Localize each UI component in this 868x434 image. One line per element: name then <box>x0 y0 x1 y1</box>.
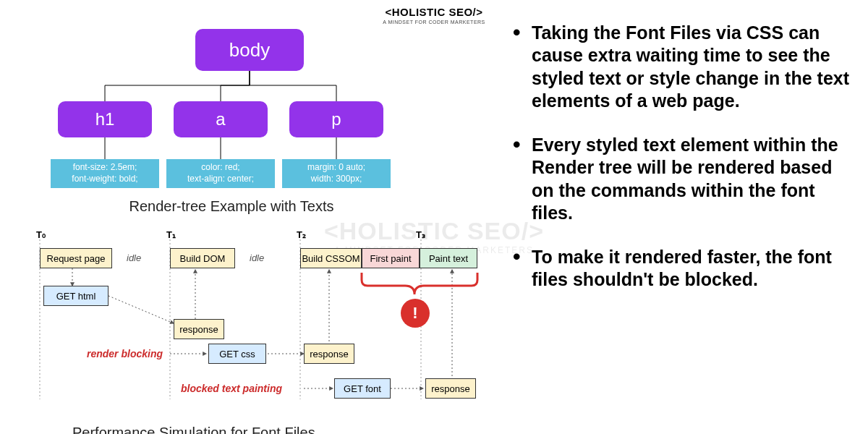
brand-logo: <HOLISTIC SEO/> A MINDSET FOR CODER MARK… <box>383 6 485 25</box>
tree-node-h1: h1 <box>58 101 152 137</box>
bullet-item: Taking the Font Files via CSS can cause … <box>510 22 850 112</box>
step-get-css: GET css <box>208 344 266 364</box>
tree-node-p: p <box>289 101 383 137</box>
render-blocking-label: render blocking <box>87 348 163 359</box>
step-response-1: response <box>174 319 224 339</box>
render-tree-diagram: body h1 a p font-size: 2.5em; font-weigh… <box>22 29 485 195</box>
css-line: text-align: center; <box>187 174 254 185</box>
render-tree-caption: Render-tree Example with Texts <box>0 198 485 215</box>
time-t0: T₀ <box>36 229 46 240</box>
performance-timeline: T₀ T₁ T₂ T₃ Request page idle Build DOM … <box>22 229 485 417</box>
tree-leaf-a-css: color: red; text-align: center; <box>166 159 275 188</box>
svg-line-8 <box>109 296 174 323</box>
css-line: font-weight: bold; <box>72 174 137 185</box>
time-t1: T₁ <box>166 229 176 240</box>
tree-leaf-h1-css: font-size: 2.5em; font-weight: bold; <box>51 159 159 188</box>
blocked-text-painting-label: blocked text painting <box>181 383 282 394</box>
step-build-cssom: Build CSSOM <box>300 248 362 268</box>
tree-node-a: a <box>174 101 268 137</box>
bullet-list: Taking the Font Files via CSS can cause … <box>510 22 850 292</box>
bullet-item: Every styled text element within the Ren… <box>510 134 850 224</box>
time-t3: T₃ <box>416 229 425 240</box>
tree-leaf-p-css: margin: 0 auto; width: 300px; <box>282 159 391 188</box>
css-line: font-size: 2.5em; <box>73 162 137 174</box>
alert-icon: ! <box>401 299 430 328</box>
tree-node-body: body <box>195 29 304 71</box>
right-column: Taking the Font Files via CSS can cause … <box>510 22 850 313</box>
step-response-3: response <box>425 378 476 399</box>
css-line: margin: 0 auto; <box>307 162 365 174</box>
brand-logo-tagline: A MINDSET FOR CODER MARKETERS <box>383 20 485 25</box>
idle-label: idle <box>127 252 141 263</box>
step-build-dom: Build DOM <box>170 248 235 268</box>
step-first-paint: First paint <box>362 248 420 268</box>
time-t2: T₂ <box>297 229 306 240</box>
step-get-font: GET font <box>334 378 391 399</box>
brand-logo-text: <HOLISTIC SEO/> <box>383 6 485 18</box>
step-response-2: response <box>304 344 354 364</box>
left-column: body h1 a p font-size: 2.5em; font-weigh… <box>22 29 485 434</box>
timeline-caption: Performance Simulation for Font Files <box>72 425 485 434</box>
css-line: color: red; <box>201 162 239 174</box>
css-line: width: 300px; <box>311 174 362 185</box>
step-request-page: Request page <box>40 248 112 268</box>
step-get-html: GET html <box>43 286 109 306</box>
bullet-item: To make it rendered faster, the font fil… <box>510 246 850 292</box>
idle-label: idle <box>250 252 264 263</box>
step-paint-text: Paint text <box>420 248 477 268</box>
